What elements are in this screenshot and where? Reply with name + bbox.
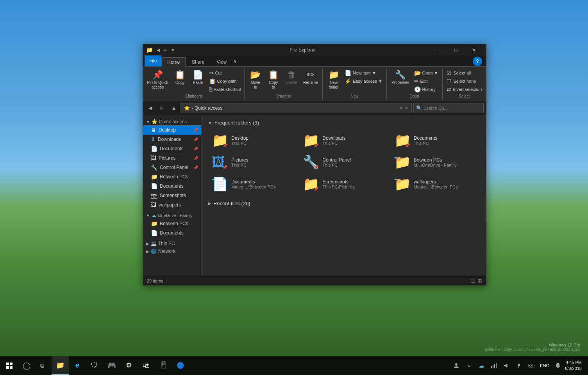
folder-downloads[interactable]: 📁 📌 Downloads This PC bbox=[299, 130, 388, 151]
wallpapers-label: wallpapers bbox=[159, 202, 181, 208]
copy-to-button[interactable]: 📋 Copyto bbox=[265, 69, 282, 91]
folder-wallpapers[interactable]: ☁ 📁 wallpapers Mauro ...\Between PCs bbox=[390, 174, 480, 194]
taskbar-defender[interactable]: 🛡 bbox=[86, 356, 103, 375]
ribbon-collapse-icon[interactable]: ∧ bbox=[233, 58, 237, 64]
folder-pictures[interactable]: 🖼 📌 Pictures This PC bbox=[208, 152, 297, 172]
folder-documents-od[interactable]: ☁ 📄 Documents Mauro ...\Between PCs bbox=[208, 174, 297, 194]
large-icons-view-icon[interactable]: ⊞ bbox=[477, 278, 482, 284]
history-button[interactable]: 🕐 History bbox=[413, 85, 440, 93]
network-tray-icon[interactable] bbox=[488, 356, 499, 375]
open-button[interactable]: 📂 Open ▼ bbox=[413, 69, 440, 77]
sidebar-item-documents-od[interactable]: 📄 Documents bbox=[143, 228, 201, 238]
downloads-folder-sub: This PC bbox=[322, 141, 345, 146]
input-method-icon[interactable] bbox=[526, 356, 537, 375]
recent-files-header[interactable]: ▶ Recent files (20) bbox=[208, 201, 480, 206]
start-button[interactable] bbox=[0, 356, 19, 375]
path-dropdown-icon[interactable]: ▼ bbox=[399, 106, 403, 110]
sidebar-item-between-pcs-od[interactable]: 📁 Between PCs bbox=[143, 219, 201, 228]
folder-documents-pc[interactable]: 📁 📌 Documents This PC bbox=[390, 130, 480, 151]
forward-button[interactable]: ▶ bbox=[157, 103, 167, 113]
sidebar-item-control-panel[interactable]: 🔧 Control Panel 📌 bbox=[143, 163, 201, 172]
up-button[interactable]: ▲ bbox=[169, 103, 179, 113]
copy-button[interactable]: 📋 Copy bbox=[172, 69, 189, 87]
easy-access-button[interactable]: ⚡ Easy access ▼ bbox=[343, 77, 384, 85]
taskbar-app10[interactable]: 🔵 bbox=[172, 356, 189, 375]
minimize-button[interactable]: ─ bbox=[429, 44, 447, 56]
sidebar-item-downloads[interactable]: ⬇ Downloads 📌 bbox=[143, 135, 201, 144]
pin-quick-access-button[interactable]: 📌 Pin to Quickaccess bbox=[145, 69, 171, 91]
tab-share[interactable]: Share bbox=[186, 57, 210, 66]
qs-back[interactable]: ◀ bbox=[155, 47, 161, 53]
edit-button[interactable]: ✏ Edit bbox=[413, 77, 440, 85]
language-indicator[interactable]: ENG bbox=[538, 363, 551, 368]
address-path[interactable]: ⭐ › Quick access ▼ ↻ bbox=[181, 103, 412, 113]
path-refresh-icon[interactable]: ↻ bbox=[405, 105, 408, 110]
back-button[interactable]: ◀ bbox=[145, 103, 155, 113]
properties-button[interactable]: 🔧 Properties bbox=[389, 69, 412, 87]
location-tray-icon[interactable] bbox=[513, 356, 524, 375]
sidebar-section-this-pc[interactable]: ▶ 💻 This PC bbox=[143, 238, 201, 247]
search-box[interactable]: 🔍 Search Qu... bbox=[413, 103, 484, 113]
sidebar-section-quick-access[interactable]: ▼ ⭐ Quick access bbox=[143, 117, 201, 125]
this-pc-expand-icon: ▶ bbox=[146, 242, 149, 246]
wallpapers-cloud-icon: ☁ bbox=[393, 176, 398, 181]
documents-pc-folder-icon-wrap: 📁 📌 bbox=[394, 133, 410, 148]
folder-screenshots[interactable]: 📁 📌 Screenshots This PC\Pictures bbox=[299, 174, 388, 194]
tab-view[interactable]: View bbox=[211, 57, 232, 66]
taskbar-store[interactable]: 🛍 bbox=[138, 356, 155, 375]
qs-pin[interactable]: ▼ bbox=[169, 47, 177, 53]
folder-desktop[interactable]: 📁 📌 Desktop This PC bbox=[208, 130, 297, 151]
task-view-button[interactable]: ⧉ bbox=[34, 356, 50, 375]
sidebar-section-network[interactable]: ▶ 🌐 Network bbox=[143, 247, 201, 255]
paste-button[interactable]: 📄 Paste bbox=[189, 69, 207, 87]
notification-icon[interactable] bbox=[552, 356, 563, 375]
invert-selection-button[interactable]: ⇄ Invert selection bbox=[445, 85, 483, 93]
cut-button[interactable]: ✂ Cut bbox=[207, 69, 243, 77]
rename-button[interactable]: ✏ Rename bbox=[301, 69, 320, 87]
paste-shortcut-button[interactable]: ⎘ Paste shortcut bbox=[207, 85, 243, 93]
taskbar-game-bar[interactable]: 🎮 bbox=[103, 356, 120, 375]
volume-tray-icon[interactable] bbox=[501, 356, 512, 375]
close-button[interactable]: ✕ bbox=[465, 44, 483, 56]
control-panel-folder-name: Control Panel bbox=[322, 157, 351, 163]
copy-path-button[interactable]: 📋 Copy path bbox=[207, 77, 243, 85]
folder-between-pcs[interactable]: ☁ 📁 Between PCs M...\OneDrive - Family bbox=[390, 152, 480, 172]
chevron-up-icon[interactable]: ∧ bbox=[463, 356, 474, 375]
tab-file[interactable]: File bbox=[145, 55, 161, 66]
sidebar-section-onedrive[interactable]: ▼ ☁ OneDrive - Family bbox=[143, 210, 201, 219]
sidebar-item-between-pcs[interactable]: 📁 Between PCs bbox=[143, 172, 201, 181]
select-all-button[interactable]: ☑ Select all bbox=[445, 69, 483, 77]
app10-icon: 🔵 bbox=[177, 362, 184, 369]
documents-pin-icon: 📌 bbox=[193, 147, 198, 151]
details-view-icon[interactable]: ☰ bbox=[471, 278, 476, 284]
sidebar-item-documents2[interactable]: 📄 Documents bbox=[143, 181, 201, 191]
maximize-button[interactable]: □ bbox=[447, 44, 465, 56]
taskbar-phone[interactable]: 📱 bbox=[155, 356, 172, 375]
people-icon[interactable] bbox=[451, 356, 462, 375]
move-to-button[interactable]: 📂 Moveto bbox=[247, 69, 264, 91]
frequent-folders-header[interactable]: ▼ Frequent folders (9) bbox=[208, 120, 480, 126]
new-folder-icon: 📁 bbox=[329, 71, 339, 79]
ribbon-help-button[interactable]: ? bbox=[473, 57, 482, 66]
cortana-button[interactable]: ◯ bbox=[19, 356, 34, 375]
phone-icon: 📱 bbox=[159, 361, 168, 370]
new-folder-button[interactable]: 📁 Newfolder bbox=[325, 69, 342, 91]
system-clock[interactable]: 4:45 PM 8/3/2018 bbox=[565, 360, 585, 372]
delete-button[interactable]: 🗑 Delete bbox=[283, 69, 300, 87]
main-content: ▼ ⭐ Quick access 🖥 Desktop 📌 ⬇ Downloads… bbox=[143, 115, 486, 276]
select-none-button[interactable]: ☐ Select none bbox=[445, 77, 483, 85]
taskbar-settings[interactable]: ⚙ bbox=[120, 356, 138, 375]
taskbar-edge[interactable]: e bbox=[69, 356, 86, 375]
sidebar-item-desktop[interactable]: 🖥 Desktop 📌 bbox=[143, 125, 201, 135]
sidebar-item-pictures[interactable]: 🖼 Pictures 📌 bbox=[143, 153, 201, 163]
sidebar-item-screenshots[interactable]: 📷 Screenshots bbox=[143, 191, 201, 200]
onedrive-tray-icon[interactable]: ☁ bbox=[476, 356, 487, 375]
folder-control-panel[interactable]: 🔧 📌 Control Panel This PC bbox=[299, 152, 388, 172]
qs-forward[interactable]: ▶ bbox=[162, 47, 168, 53]
sidebar-item-wallpapers[interactable]: 🖼 wallpapers bbox=[143, 200, 201, 210]
sidebar-item-documents[interactable]: 📄 Documents 📌 bbox=[143, 144, 201, 153]
new-item-button[interactable]: 📄 New item ▼ bbox=[343, 69, 384, 77]
explorer-window: 📁 ◀ ▶ ▼ File Explorer ─ □ ✕ File Home Sh… bbox=[143, 44, 486, 286]
taskbar-explorer[interactable]: 📁 bbox=[52, 356, 69, 375]
tab-home[interactable]: Home bbox=[161, 57, 186, 67]
